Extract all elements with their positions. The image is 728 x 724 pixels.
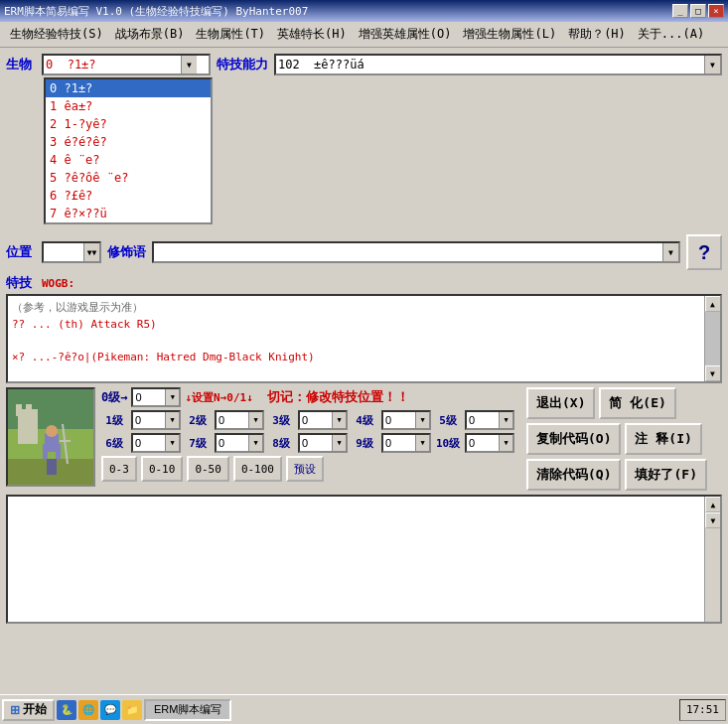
position-input[interactable]: [44, 245, 83, 259]
note-text: （参考，以游戏显示为准）: [12, 301, 143, 314]
grade1-select[interactable]: 0: [133, 414, 179, 426]
simplify-button[interactable]: 简 化(E): [599, 387, 675, 419]
controls-right: 退出(X) 简 化(E) 复制代码(O) 注 释(I) 清除代码(Q) 填好了(…: [526, 387, 707, 491]
grade7-combo[interactable]: 0: [215, 433, 264, 453]
preset-0-3-button[interactable]: 0-3: [101, 456, 137, 482]
dropdown-item-2[interactable]: 2 1-?yê?: [46, 115, 211, 133]
close-button[interactable]: ×: [708, 4, 724, 18]
exit-button[interactable]: 退出(X): [526, 387, 595, 419]
modifier-dropdown-arrow[interactable]: [662, 243, 678, 261]
taskbar-icon-2[interactable]: 🌐: [78, 700, 98, 720]
preset-0-100-button[interactable]: 0-100: [233, 456, 282, 482]
preset-0-10-button[interactable]: 0-10: [141, 456, 184, 482]
dropdown-item-5[interactable]: 5 ?ê?ôê ¨e?: [46, 169, 211, 187]
dropdown-item-7[interactable]: 7 ê?×??ü: [46, 205, 211, 222]
menu-enhance-creature[interactable]: 增强生物属性(L): [457, 24, 562, 45]
set-n-label: ↓设置N→0/1↓: [185, 390, 252, 405]
grade5-select[interactable]: 0: [467, 414, 512, 426]
menu-help[interactable]: 帮助？(H): [562, 24, 632, 45]
menu-about[interactable]: 关于...(A): [632, 24, 710, 45]
preset-custom-button[interactable]: 预设: [286, 456, 324, 482]
dropdown-item-3[interactable]: 3 é?é?ê?: [46, 133, 211, 151]
start-button[interactable]: ⊞ 开始: [2, 699, 55, 721]
done-button[interactable]: 填好了(F): [625, 459, 706, 491]
scroll-up-btn[interactable]: ▲: [705, 296, 721, 312]
menu-battle-scene[interactable]: 战场布景(B): [109, 24, 191, 45]
scroll-down-btn[interactable]: ▼: [705, 365, 721, 381]
main-content: 生物 0 ?1±? 1 êa±? 2 1-?yê? 3 é?é?ê? 4 ê ¨…: [0, 48, 728, 630]
creature-dropdown-arrow[interactable]: [181, 56, 197, 73]
grade1-label: 1级: [101, 413, 127, 428]
creature-input[interactable]: [44, 58, 181, 72]
grade9-combo[interactable]: 0: [381, 433, 431, 453]
creature-dropdown: 0 ?1±? 1 êa±? 2 1-?yê? 3 é?é?ê? 4 ê ¨e? …: [44, 77, 213, 224]
menu-hero-special[interactable]: 英雄特长(H): [271, 24, 353, 45]
dropdown-item-6[interactable]: 6 ?£ê?: [46, 187, 211, 205]
creature-combo[interactable]: 0 ?1±? 1 êa±? 2 1-?yê? 3 é?é?ê? 4 ê ¨e? …: [42, 54, 211, 75]
grade6-select[interactable]: 0: [133, 437, 179, 449]
grade3-select[interactable]: 0: [300, 414, 346, 426]
system-clock: 17:51: [679, 699, 726, 721]
title-bar: ERM脚本简易编写 V1.0 (生物经验特技编写) ByHanter007 _ …: [0, 0, 728, 22]
grade2-select[interactable]: 0: [217, 414, 262, 426]
grade-row-1-5: 1级 0 2级 0 3级 0 4级 0: [101, 410, 514, 430]
svg-rect-5: [26, 404, 32, 416]
title-bar-title: ERM脚本简易编写 V1.0 (生物经验特技编写) ByHanter007: [4, 4, 308, 19]
controls-left: 0级→ 01 ↓设置N→0/1↓ 切记：修改特技位置！！ 1级 0 2级: [101, 387, 514, 482]
grade9-select[interactable]: 0: [383, 437, 429, 449]
skill-ability-combo[interactable]: [274, 54, 722, 75]
skill-scrollbar[interactable]: ▲ ▼: [704, 296, 720, 381]
creature-label: 生物: [6, 56, 36, 73]
grade1-combo[interactable]: 0: [131, 410, 181, 430]
level0-combo[interactable]: 01: [131, 387, 181, 407]
dropdown-item-1[interactable]: 1 êa±?: [46, 97, 211, 115]
dropdown-item-4[interactable]: 4 ê ¨e?: [46, 151, 211, 169]
title-bar-buttons: _ □ ×: [672, 4, 724, 18]
creature-row: 生物 0 ?1±? 1 êa±? 2 1-?yê? 3 é?é?ê? 4 ê ¨…: [6, 54, 722, 75]
grade7-label: 7级: [185, 436, 211, 451]
help-question-button[interactable]: ?: [686, 234, 722, 270]
copy-code-button[interactable]: 复制代码(O): [526, 423, 621, 455]
maximize-button[interactable]: □: [690, 4, 706, 18]
grade10-combo[interactable]: 0: [465, 433, 514, 453]
grade7-select[interactable]: 0: [217, 437, 262, 449]
grade5-combo[interactable]: 0: [465, 410, 514, 430]
skill-line-1: ×? ...-?ê?o|(Pikeman: Hatred Dmg-Black K…: [12, 350, 700, 366]
menu-creature-exp[interactable]: 生物经验特技(S): [4, 24, 109, 45]
output-scroll-down[interactable]: ▼: [705, 512, 721, 528]
skill-ability-input[interactable]: [276, 58, 704, 72]
modifier-combo[interactable]: [152, 241, 680, 263]
scroll-track[interactable]: [705, 312, 720, 365]
svg-rect-9: [56, 444, 61, 459]
minimize-button[interactable]: _: [672, 4, 688, 18]
modifier-input[interactable]: [154, 245, 662, 259]
position-dropdown-arrow[interactable]: ▼: [83, 243, 99, 261]
skill-ability-dropdown-arrow[interactable]: [704, 56, 720, 73]
svg-rect-8: [43, 444, 48, 459]
grade8-combo[interactable]: 0: [298, 433, 348, 453]
skill-text-area: （参考，以游戏显示为准） ?? ... (th) Attack R5) ×? .…: [6, 294, 722, 383]
level0-select[interactable]: 01: [133, 391, 179, 403]
annotate-button[interactable]: 注 释(I): [625, 423, 701, 455]
grade4-combo[interactable]: 0: [381, 410, 431, 430]
grade2-combo[interactable]: 0: [215, 410, 264, 430]
modifier-row: 位置 ▼ 修饰语 ?: [6, 234, 722, 270]
menu-creature-attr[interactable]: 生物属性(T): [190, 24, 271, 45]
grade4-select[interactable]: 0: [383, 414, 429, 426]
taskbar-icon-3[interactable]: 💬: [100, 700, 120, 720]
taskbar-icon-1[interactable]: 🐍: [57, 700, 76, 720]
taskbar-app-erm[interactable]: ERM脚本编写: [144, 699, 231, 721]
grade2-label: 2级: [185, 413, 211, 428]
grade10-select[interactable]: 0: [467, 437, 512, 449]
menu-enhance-hero[interactable]: 增强英雄属性(O): [353, 24, 458, 45]
output-scrollbar[interactable]: ▲ ▼: [704, 497, 720, 622]
preset-0-50-button[interactable]: 0-50: [187, 456, 229, 482]
position-combo[interactable]: ▼: [42, 241, 101, 263]
taskbar-icon-4[interactable]: 📁: [122, 700, 142, 720]
grade6-combo[interactable]: 0: [131, 433, 181, 453]
grade8-select[interactable]: 0: [300, 437, 346, 449]
dropdown-item-0[interactable]: 0 ?1±?: [46, 79, 211, 97]
grade3-combo[interactable]: 0: [298, 410, 348, 430]
output-scroll-up[interactable]: ▲: [705, 497, 721, 512]
clear-code-button[interactable]: 清除代码(Q): [526, 459, 621, 491]
